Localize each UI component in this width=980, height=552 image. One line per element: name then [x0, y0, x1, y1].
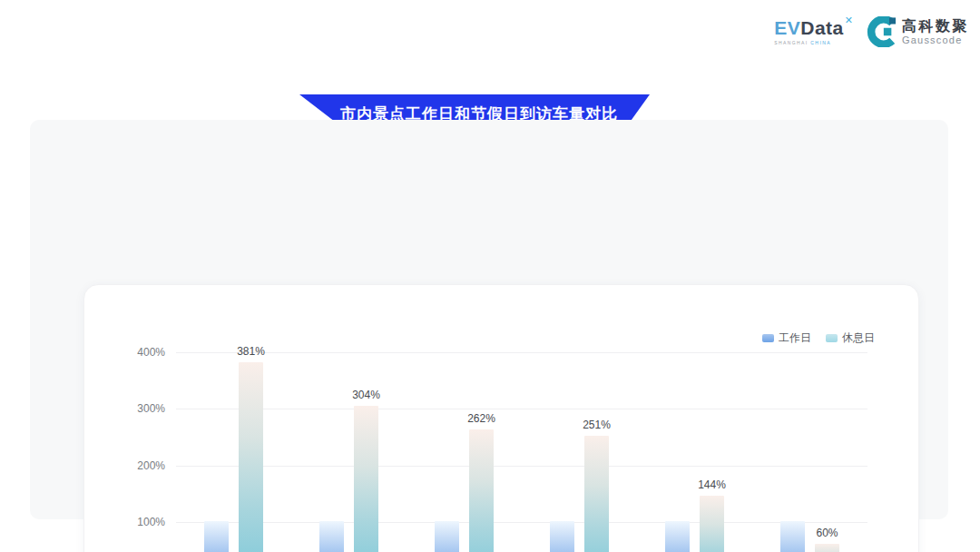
y-tick-label: 100% — [107, 516, 165, 528]
header-logos: EV Data ✕ SHANGHAI CHINA 高科数聚 Gausscode — [774, 16, 969, 47]
bar-workday — [319, 521, 344, 552]
evdata-logo: EV Data ✕ SHANGHAI CHINA — [774, 18, 853, 45]
evdata-subtext-right: CHINA — [810, 40, 831, 45]
bar-value-label: 304% — [352, 389, 380, 401]
bar-restday — [700, 496, 724, 552]
evdata-subtext-left: SHANGHAI — [774, 40, 808, 45]
gausscode-cn-text: 高科数聚 — [902, 18, 969, 34]
gausscode-text: 高科数聚 Gausscode — [902, 18, 969, 45]
bar-restday — [469, 429, 494, 552]
bar-restday — [354, 406, 378, 552]
legend-label-workday: 工作日 — [779, 330, 811, 346]
bar-workday — [665, 521, 690, 552]
evdata-x-icon: ✕ — [845, 15, 853, 25]
chart-legend: 工作日 休息日 — [762, 330, 875, 346]
legend-item-workday[interactable]: 工作日 — [762, 330, 811, 346]
bar-value-label: 262% — [467, 412, 495, 425]
y-tick-label: 300% — [107, 402, 165, 415]
y-tick-label: 400% — [107, 346, 165, 359]
evdata-data-text: Data — [800, 18, 844, 37]
bar-value-label: 60% — [816, 527, 838, 539]
y-tick-label: 200% — [107, 459, 165, 472]
legend-label-restday: 休息日 — [842, 330, 875, 346]
evdata-ev-text: EV — [774, 18, 800, 37]
gausscode-g-icon — [866, 16, 897, 47]
chart-panel: 工作日 休息日 0%100%200%300%400% 381%辰山植物园304%… — [30, 120, 948, 519]
gausscode-logo: 高科数聚 Gausscode — [866, 16, 969, 47]
bar-workday — [550, 521, 574, 552]
gausscode-en-text: Gausscode — [902, 34, 969, 45]
bar-workday — [204, 521, 229, 552]
bar-workday — [435, 521, 459, 552]
bar-restday — [815, 544, 839, 552]
legend-swatch-workday — [762, 334, 774, 342]
page: EV Data ✕ SHANGHAI CHINA 高科数聚 Gausscode … — [0, 0, 980, 552]
bar-restday — [239, 362, 263, 552]
gridline — [176, 466, 867, 467]
legend-item-restday[interactable]: 休息日 — [826, 330, 875, 346]
evdata-subtext: SHANGHAI CHINA — [774, 40, 831, 45]
evdata-wordmark: EV Data ✕ — [774, 18, 853, 37]
gridline — [176, 409, 867, 409]
y-axis: 0%100%200%300%400% — [107, 352, 165, 552]
legend-swatch-restday — [826, 334, 838, 342]
gridline — [176, 352, 867, 353]
bar-restday — [584, 436, 609, 552]
plot-area: 381%辰山植物园304%上海欢乐谷262%广富林251%上海野生动物园144%… — [176, 352, 867, 552]
chart-card: 工作日 休息日 0%100%200%300%400% 381%辰山植物园304%… — [83, 284, 919, 552]
bar-value-label: 381% — [237, 345, 265, 358]
bar-workday — [780, 521, 805, 552]
gridline — [176, 522, 867, 523]
bar-value-label: 144% — [698, 478, 726, 491]
bar-value-label: 251% — [583, 419, 611, 431]
